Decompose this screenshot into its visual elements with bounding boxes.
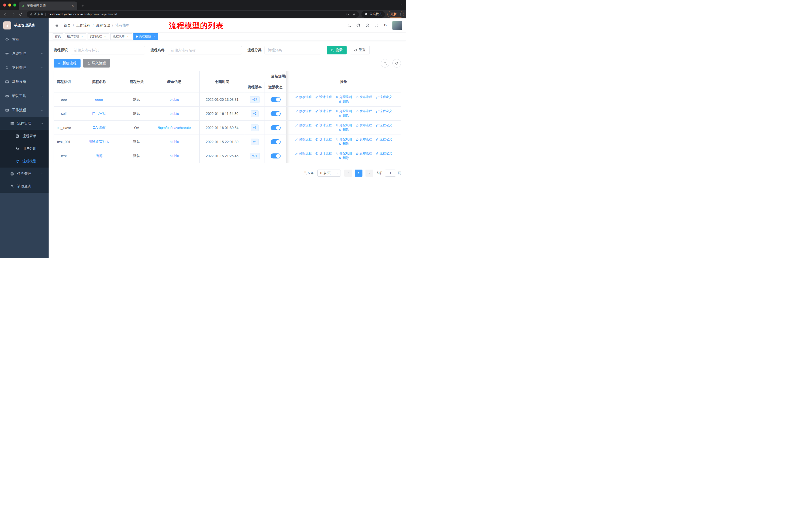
github-icon[interactable] bbox=[356, 23, 360, 27]
delete-process-link[interactable]: 删除 bbox=[339, 156, 349, 160]
forward-button[interactable] bbox=[9, 11, 17, 18]
edit-process-link[interactable]: 修改流程 bbox=[295, 123, 312, 128]
process-name-link[interactable]: eeee bbox=[95, 98, 103, 102]
process-definition-link[interactable]: 流程定义 bbox=[376, 137, 392, 142]
reload-button[interactable] bbox=[17, 11, 24, 18]
sidebar-menu-item[interactable]: 任务管理 bbox=[0, 167, 49, 180]
assign-rule-link[interactable]: 分配规则 bbox=[335, 95, 352, 99]
reset-button[interactable]: 重置 bbox=[350, 46, 370, 54]
bookmark-star-icon[interactable] bbox=[352, 12, 356, 16]
process-definition-link[interactable]: 流程定义 bbox=[376, 152, 392, 156]
publish-process-link[interactable]: 发布流程 bbox=[355, 123, 372, 128]
sidebar-menu-item[interactable]: 基础设施 bbox=[0, 75, 49, 89]
tag-item[interactable]: 我的流程 × bbox=[88, 33, 109, 40]
browser-update-button[interactable]: 更新 bbox=[387, 11, 404, 18]
process-definition-link[interactable]: 流程定义 bbox=[376, 109, 392, 113]
process-name-link[interactable]: 自己审批 bbox=[92, 111, 106, 115]
publish-process-link[interactable]: 发布流程 bbox=[355, 137, 372, 142]
zoom-window-button[interactable] bbox=[13, 3, 17, 6]
prev-page-button[interactable] bbox=[344, 169, 352, 176]
tag-close-icon[interactable]: × bbox=[103, 35, 107, 38]
edit-process-link[interactable]: 修改流程 bbox=[295, 152, 312, 156]
form-info-link[interactable]: /bpm/oa/leave/create bbox=[158, 126, 191, 130]
edit-process-link[interactable]: 修改流程 bbox=[295, 137, 312, 142]
form-info-link[interactable]: biubiu bbox=[170, 98, 179, 102]
active-toggle[interactable] bbox=[270, 139, 281, 144]
design-process-link[interactable]: 设计流程 bbox=[315, 152, 332, 156]
active-toggle[interactable] bbox=[270, 111, 281, 116]
tag-item[interactable]: 流程表单 × bbox=[111, 33, 132, 40]
delete-process-link[interactable]: 删除 bbox=[339, 114, 349, 118]
sidebar-menu-item[interactable]: 流程表单 bbox=[0, 130, 49, 142]
publish-process-link[interactable]: 发布流程 bbox=[355, 152, 372, 156]
form-info-link[interactable]: biubiu bbox=[170, 140, 179, 144]
back-button[interactable] bbox=[2, 11, 9, 18]
process-name-link[interactable]: 测试多审批人 bbox=[89, 140, 110, 144]
active-toggle[interactable] bbox=[270, 97, 281, 102]
process-definition-link[interactable]: 流程定义 bbox=[376, 123, 392, 128]
minimize-window-button[interactable] bbox=[8, 3, 11, 6]
close-window-button[interactable] bbox=[3, 3, 6, 6]
tag-close-icon[interactable]: × bbox=[80, 35, 84, 38]
sidebar-menu-item[interactable]: 系统管理 bbox=[0, 47, 49, 61]
tag-item[interactable]: 首页 bbox=[53, 33, 63, 40]
design-process-link[interactable]: 设计流程 bbox=[315, 95, 332, 99]
sidebar-menu-item[interactable]: 首页 bbox=[0, 32, 49, 47]
address-bar[interactable]: 不安全 dashboard.yudao.iocoder.cn/bpm/manag… bbox=[27, 11, 359, 18]
assign-rule-link[interactable]: 分配规则 bbox=[335, 137, 352, 142]
breadcrumb-item[interactable]: 工作流程 bbox=[76, 23, 96, 28]
delete-process-link[interactable]: 删除 bbox=[339, 128, 349, 132]
publish-process-link[interactable]: 发布流程 bbox=[355, 95, 372, 99]
tag-item[interactable]: 流程模型 × bbox=[134, 33, 158, 40]
sidebar-menu-item[interactable]: 流程模型 bbox=[0, 155, 49, 167]
password-key-icon[interactable] bbox=[345, 12, 349, 16]
fullscreen-icon[interactable] bbox=[374, 23, 379, 27]
browser-menu-dots-icon[interactable] bbox=[399, 12, 402, 16]
assign-rule-link[interactable]: 分配规则 bbox=[335, 152, 352, 156]
user-avatar[interactable] bbox=[393, 21, 402, 30]
import-process-button[interactable]: 导入流程 bbox=[83, 59, 110, 67]
process-name-link[interactable]: OA 请假 bbox=[93, 126, 106, 130]
edit-process-link[interactable]: 修改流程 bbox=[295, 95, 312, 99]
tag-close-icon[interactable]: × bbox=[152, 35, 156, 38]
goto-page-input[interactable] bbox=[385, 169, 396, 176]
browser-tab[interactable]: 芋道管理系统 × bbox=[19, 1, 77, 10]
design-process-link[interactable]: 设计流程 bbox=[315, 123, 332, 128]
page-size-select[interactable]: 10条/页 bbox=[317, 169, 341, 176]
search-icon[interactable] bbox=[347, 23, 351, 27]
category-select[interactable]: 流程分类 bbox=[265, 46, 321, 54]
help-question-icon[interactable] bbox=[365, 23, 370, 27]
create-process-button[interactable]: 新建流程 bbox=[54, 59, 81, 67]
show-search-button[interactable] bbox=[381, 59, 389, 67]
next-page-button[interactable] bbox=[366, 169, 373, 176]
breadcrumb-item[interactable]: 首页 bbox=[64, 23, 76, 28]
refresh-table-button[interactable] bbox=[393, 59, 401, 67]
form-info-link[interactable]: biubiu bbox=[170, 112, 179, 116]
sidebar-menu-item[interactable]: 支付管理 bbox=[0, 61, 49, 75]
edit-process-link[interactable]: 修改流程 bbox=[295, 109, 312, 113]
assign-rule-link[interactable]: 分配规则 bbox=[335, 123, 352, 128]
delete-process-link[interactable]: 删除 bbox=[339, 100, 349, 104]
process-name-link[interactable]: 滔博 bbox=[96, 154, 103, 158]
sidebar-menu-item[interactable]: 研发工具 bbox=[0, 89, 49, 103]
incognito-badge[interactable]: 无痕模式 bbox=[361, 11, 385, 18]
publish-process-link[interactable]: 发布流程 bbox=[355, 109, 372, 113]
breadcrumb-item[interactable]: 流程管理 bbox=[96, 23, 116, 28]
tag-item[interactable]: 租户管理 × bbox=[65, 33, 86, 40]
active-toggle[interactable] bbox=[270, 154, 281, 159]
breadcrumb-item[interactable]: 流程模型 bbox=[116, 23, 129, 28]
process-key-input[interactable] bbox=[71, 46, 145, 54]
tab-close-icon[interactable]: × bbox=[71, 4, 75, 8]
search-button[interactable]: 搜索 bbox=[327, 46, 347, 54]
process-definition-link[interactable]: 流程定义 bbox=[376, 95, 392, 99]
page-number-current[interactable]: 1 bbox=[355, 169, 362, 176]
delete-process-link[interactable]: 删除 bbox=[339, 142, 349, 146]
font-size-icon[interactable] bbox=[383, 23, 388, 27]
process-name-input[interactable] bbox=[168, 46, 242, 54]
design-process-link[interactable]: 设计流程 bbox=[315, 137, 332, 142]
sidebar-menu-item[interactable]: 请假查询 bbox=[0, 180, 49, 193]
form-info-link[interactable]: biubiu bbox=[170, 154, 179, 158]
active-toggle[interactable] bbox=[270, 125, 281, 130]
tag-close-icon[interactable]: × bbox=[126, 35, 129, 38]
design-process-link[interactable]: 设计流程 bbox=[315, 109, 332, 113]
